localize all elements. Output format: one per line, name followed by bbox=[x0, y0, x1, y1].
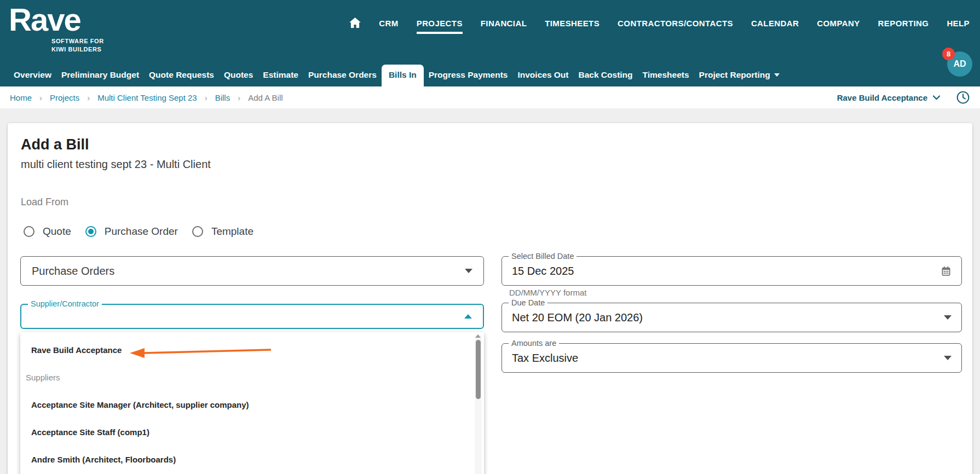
notification-badge[interactable]: 8 bbox=[942, 48, 955, 60]
supplier-contractor-field[interactable]: Supplier/Contractor bbox=[20, 304, 484, 329]
billed-date-label: Select Billed Date bbox=[509, 252, 577, 261]
tab-project-reporting[interactable]: Project Reporting bbox=[694, 65, 785, 86]
nav-item-calendar[interactable]: CALENDAR bbox=[751, 19, 799, 28]
due-date-label: Due Date bbox=[509, 298, 547, 307]
nav-item-company[interactable]: COMPANY bbox=[817, 19, 860, 28]
breadcrumb-projects[interactable]: Projects bbox=[50, 93, 79, 102]
page-title: Add a Bill bbox=[21, 136, 89, 153]
top-bar: Rave SOFTWARE FOR KIWI BUILDERS CRM PROJ… bbox=[0, 0, 980, 86]
breadcrumb-project-name[interactable]: Multi Client Testing Sept 23 bbox=[97, 93, 197, 102]
radio-circle-icon[interactable] bbox=[24, 226, 34, 237]
logo-wordmark: Rave bbox=[9, 3, 104, 37]
radio-quote[interactable]: Quote bbox=[24, 226, 71, 238]
scrollbar-arrow-up-icon[interactable] bbox=[475, 334, 481, 338]
radio-circle-icon[interactable] bbox=[85, 226, 96, 237]
nav-item-reporting[interactable]: REPORTING bbox=[878, 19, 929, 28]
breadcrumb-current: Add A Bill bbox=[248, 93, 283, 102]
amounts-are-value: Tax Exclusive bbox=[512, 352, 578, 365]
nav-item-help[interactable]: HELP bbox=[947, 19, 970, 28]
tab-invoices-out[interactable]: Invoices Out bbox=[512, 65, 573, 86]
logo-tagline: SOFTWARE FOR KIWI BUILDERS bbox=[51, 37, 104, 54]
dropdown-item-rave-build-acceptance[interactable]: Rave Build Acceptance bbox=[20, 336, 484, 363]
chevron-down-icon bbox=[944, 356, 952, 360]
add-bill-card: Add a Bill multi client testing sept 23 … bbox=[8, 123, 972, 474]
date-format-helper: DD/MM/YYYY format bbox=[509, 288, 586, 297]
tab-quotes[interactable]: Quotes bbox=[219, 65, 258, 86]
avatar[interactable]: AD 8 bbox=[947, 51, 972, 77]
billed-date-value: 15 Dec 2025 bbox=[512, 265, 574, 278]
breadcrumb-separator: › bbox=[238, 93, 240, 102]
radio-purchase-order[interactable]: Purchase Order bbox=[85, 226, 178, 238]
dropdown-item-acceptance-site-staff[interactable]: Acceptance Site Staff (comp1) bbox=[20, 418, 484, 446]
supplier-contractor-label: Supplier/Contractor bbox=[28, 299, 102, 308]
chevron-down-icon bbox=[774, 73, 780, 77]
breadcrumb-bills[interactable]: Bills bbox=[215, 93, 230, 102]
main-nav: CRM PROJECTS FINANCIAL TIMESHEETS CONTRA… bbox=[349, 19, 970, 28]
amounts-are-field[interactable]: Amounts are Tax Exclusive bbox=[501, 343, 962, 373]
nav-item-contractors-contacts[interactable]: CONTRACTORS/CONTACTS bbox=[618, 19, 733, 28]
due-date-value: Net 20 EOM (20 Jan 2026) bbox=[512, 311, 643, 324]
tab-back-costing[interactable]: Back Costing bbox=[574, 65, 638, 86]
tab-quote-requests[interactable]: Quote Requests bbox=[144, 65, 219, 86]
nav-item-timesheets[interactable]: TIMESHEETS bbox=[545, 19, 599, 28]
breadcrumb-row: Home › Projects › Multi Client Testing S… bbox=[0, 86, 980, 108]
nav-item-financial[interactable]: FINANCIAL bbox=[481, 19, 527, 28]
amounts-are-label: Amounts are bbox=[509, 339, 559, 348]
dropdown-group-suppliers: Suppliers bbox=[20, 363, 484, 391]
breadcrumb-separator: › bbox=[39, 93, 42, 102]
radio-circle-icon[interactable] bbox=[192, 226, 203, 237]
chevron-down-icon bbox=[932, 95, 941, 100]
tab-timesheets[interactable]: Timesheets bbox=[638, 65, 694, 86]
tab-preliminary-budget[interactable]: Preliminary Budget bbox=[56, 65, 144, 86]
dropdown-scrollbar-thumb[interactable] bbox=[476, 340, 481, 399]
chevron-down-icon bbox=[944, 315, 952, 320]
radio-template[interactable]: Template bbox=[192, 226, 253, 238]
tab-purchase-orders[interactable]: Purchase Orders bbox=[303, 65, 382, 86]
breadcrumb-home[interactable]: Home bbox=[10, 93, 32, 102]
calendar-icon[interactable] bbox=[941, 265, 952, 277]
load-from-options: Quote Purchase Order Template bbox=[24, 226, 268, 238]
app-window: Rave SOFTWARE FOR KIWI BUILDERS CRM PROJ… bbox=[0, 0, 980, 474]
load-from-label: Load From bbox=[21, 196, 68, 208]
tab-estimate[interactable]: Estimate bbox=[258, 65, 303, 86]
nav-item-crm[interactable]: CRM bbox=[379, 19, 398, 28]
nav-item-projects[interactable]: PROJECTS bbox=[417, 19, 463, 34]
home-icon[interactable] bbox=[349, 19, 361, 28]
rave-logo[interactable]: Rave SOFTWARE FOR KIWI BUILDERS bbox=[9, 3, 104, 54]
breadcrumb-separator: › bbox=[87, 93, 90, 102]
page-subtitle: multi client testing sept 23 - Multi Cli… bbox=[21, 158, 211, 171]
dropdown-item-acceptance-site-manager[interactable]: Acceptance Site Manager (Architect, supp… bbox=[20, 391, 484, 418]
context-company-selector[interactable]: Rave Build Acceptance bbox=[837, 93, 941, 102]
avatar-initials: AD bbox=[953, 59, 966, 69]
due-date-field[interactable]: Due Date Net 20 EOM (20 Jan 2026) bbox=[501, 303, 962, 332]
dropdown-item-andre-smith[interactable]: Andre Smith (Architect, Floorboards) bbox=[20, 446, 484, 473]
chevron-down-icon bbox=[465, 269, 472, 273]
breadcrumb: Home › Projects › Multi Client Testing S… bbox=[10, 93, 283, 102]
chevron-up-icon bbox=[464, 314, 472, 319]
supplier-dropdown-panel: Rave Build Acceptance Suppliers Acceptan… bbox=[20, 332, 484, 474]
breadcrumb-separator: › bbox=[205, 93, 207, 102]
tab-bills-in[interactable]: Bills In bbox=[382, 65, 424, 86]
billed-date-field[interactable]: Select Billed Date 15 Dec 2025 bbox=[501, 256, 962, 286]
history-clock-icon[interactable] bbox=[956, 90, 970, 105]
tab-progress-payments[interactable]: Progress Payments bbox=[424, 65, 513, 86]
purchase-orders-select[interactable]: Purchase Orders bbox=[20, 256, 484, 286]
annotation-arrow-icon bbox=[128, 347, 275, 360]
tab-overview[interactable]: Overview bbox=[9, 65, 56, 86]
project-tab-bar: Overview Preliminary Budget Quote Reques… bbox=[9, 65, 785, 86]
